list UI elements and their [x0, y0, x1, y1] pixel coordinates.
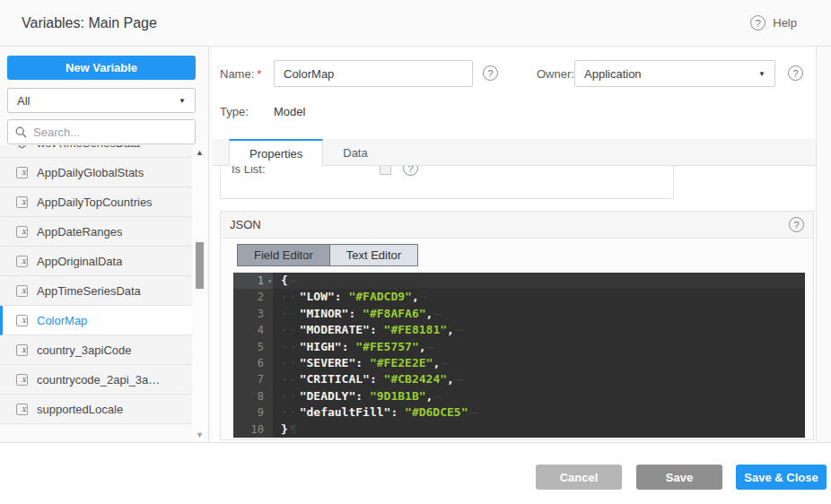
sidebar-item-colormap[interactable]: xColorMap	[0, 306, 192, 335]
help-button[interactable]: ? Help	[750, 15, 797, 30]
sidebar: New Variable All ▼ wsvTimeSeriesDataxApp…	[0, 47, 209, 442]
field-editor-button[interactable]: Field Editor	[238, 245, 329, 265]
line-number: 3	[233, 306, 273, 322]
text-editor-button[interactable]: Text Editor	[329, 245, 417, 265]
sidebar-item-countrycode-2api-3a[interactable]: xcountrycode_2api_3a…	[0, 365, 192, 395]
sidebar-scrollbar[interactable]: ▲ ▼	[193, 145, 206, 442]
code-text: ··"HIGH": "#FE5757",–	[273, 339, 434, 355]
scroll-down-icon[interactable]: ▼	[193, 430, 206, 439]
is-list-checkbox[interactable]	[380, 166, 391, 175]
line-number: 2	[233, 289, 273, 305]
line-number: 1▾	[233, 273, 273, 289]
code-text: }¶	[273, 421, 297, 438]
sidebar-item-appdailytopcountries[interactable]: xAppDailyTopCountries	[0, 187, 192, 217]
sidebar-item-label: AppDailyTopCountries	[37, 196, 153, 209]
code-line: 6··"SEVERE": "#FE2E2E",–	[233, 355, 805, 371]
variable-list: wsvTimeSeriesDataxAppDailyGlobalStatsxAp…	[0, 145, 192, 442]
owner-value: Application	[584, 67, 642, 81]
owner-select[interactable]: Application ▼	[574, 60, 775, 87]
search-icon	[15, 126, 27, 138]
type-value: Model	[274, 105, 305, 118]
tab-data[interactable]: Data	[323, 139, 387, 166]
sidebar-item-label: supportedLocale	[37, 403, 123, 416]
owner-help-icon[interactable]: ?	[788, 65, 803, 81]
cancel-button[interactable]: Cancel	[536, 465, 622, 490]
variable-icon: x	[16, 315, 28, 326]
code-text: ··"MODERATE": "#FE8181",–	[273, 322, 463, 338]
sidebar-item-wsvtimeseriesdata[interactable]: wsvTimeSeriesData	[0, 145, 192, 158]
variable-icon: x	[16, 256, 28, 267]
tab-bar: PropertiesData	[213, 139, 816, 166]
line-number: 8	[233, 388, 273, 404]
scroll-up-icon[interactable]: ▲	[193, 148, 206, 157]
variable-filter-value: All	[17, 94, 30, 108]
code-lines: 1▾{–2··"LOW": "#FADCD9",–3··"MINOR": "#F…	[233, 273, 805, 438]
help-icon: ?	[750, 15, 765, 30]
globe-icon	[16, 145, 28, 149]
sidebar-item-label: ColorMap	[37, 314, 87, 327]
line-number: 10	[233, 421, 273, 438]
sidebar-item-appdailyglobalstats[interactable]: xAppDailyGlobalStats	[0, 158, 192, 187]
sidebar-item-appdateranges[interactable]: xAppDateRanges	[0, 217, 192, 247]
code-line: 4··"MODERATE": "#FE8181",–	[233, 322, 805, 338]
is-list-label: Is List:	[232, 166, 266, 176]
sidebar-item-label: AppDateRanges	[37, 225, 122, 239]
variables-dialog: Variables: Main Page ? Help New Variable…	[0, 0, 831, 504]
variable-icon: x	[16, 196, 28, 208]
required-marker: *	[257, 67, 261, 81]
variable-icon: x	[16, 374, 28, 386]
dialog-footer: Cancel Save Save & Close	[0, 442, 831, 504]
help-label: Help	[773, 16, 797, 30]
save-and-close-button[interactable]: Save & Close	[736, 465, 827, 490]
code-line: 1▾{–	[233, 273, 805, 289]
json-code-editor[interactable]: 1▾{–2··"LOW": "#FADCD9",–3··"MINOR": "#F…	[233, 273, 805, 438]
page-title: Variables: Main Page	[22, 15, 157, 31]
variable-icon: x	[16, 285, 28, 297]
tab-properties[interactable]: Properties	[229, 139, 323, 167]
properties-tab-content: Is List: ? JSON ? Field EditorText Edito…	[213, 166, 816, 442]
name-label: Name:*	[220, 67, 261, 81]
code-text: {–	[273, 273, 297, 289]
code-text: ··"DEADLY": "9D1B1B",–	[273, 388, 442, 404]
line-number: 4	[233, 322, 273, 338]
new-variable-button[interactable]: New Variable	[7, 56, 196, 80]
variable-icon: x	[16, 167, 28, 178]
json-section-header: JSON ?	[221, 212, 813, 239]
variable-icon: x	[16, 404, 28, 415]
variable-icon: x	[16, 344, 28, 356]
name-help-icon[interactable]: ?	[483, 65, 498, 81]
code-line: 2··"LOW": "#FADCD9",–	[233, 289, 805, 305]
search-input[interactable]	[33, 126, 177, 139]
json-title: JSON	[230, 218, 261, 231]
code-line: 8··"DEADLY": "9D1B1B",–	[233, 388, 805, 404]
search-box	[7, 119, 196, 144]
form-row: Name:* ? Owner:* Application ▼ ? Type: M…	[213, 47, 816, 136]
sidebar-item-label: country_3apiCode	[37, 343, 132, 357]
sidebar-item-label: AppTimeSeriesData	[37, 284, 141, 298]
code-text: ··"MINOR": "#F8AFA6",–	[273, 306, 442, 322]
name-field[interactable]	[274, 60, 473, 87]
line-number: 7	[233, 371, 273, 387]
editor-toggle: Field EditorText Editor	[237, 244, 418, 266]
sidebar-item-supportedlocale[interactable]: xsupportedLocale	[0, 395, 192, 424]
code-line: 10}¶	[233, 421, 805, 438]
chevron-down-icon: ▼	[758, 70, 765, 78]
line-number: 9	[233, 404, 273, 421]
json-help-icon[interactable]: ?	[789, 217, 804, 232]
is-list-help-icon[interactable]: ?	[403, 166, 418, 176]
sidebar-item-label: countrycode_2api_3a…	[37, 373, 160, 387]
sidebar-item-apporiginaldata[interactable]: xAppOriginalData	[0, 247, 192, 276]
variable-icon: x	[16, 226, 28, 238]
variable-filter-dropdown[interactable]: All ▼	[7, 88, 196, 113]
code-text: ··"SEVERE": "#FE2E2E",–	[273, 355, 449, 371]
fold-caret-icon[interactable]: ▾	[267, 274, 272, 290]
code-text: ··"defaultFill": "#D6DCE5"–	[273, 404, 477, 421]
sidebar-item-label: AppDailyGlobalStats	[37, 166, 144, 179]
variable-editor-panel: Name:* ? Owner:* Application ▼ ? Type: M…	[213, 47, 817, 442]
sidebar-item-apptimeseriesdata[interactable]: xAppTimeSeriesData	[0, 276, 192, 306]
code-text: ··"CRITICAL": "#CB2424",–	[273, 371, 463, 387]
code-line: 9··"defaultFill": "#D6DCE5"–	[233, 404, 805, 421]
scrollbar-thumb[interactable]	[196, 242, 204, 289]
save-button[interactable]: Save	[636, 465, 722, 490]
sidebar-item-country-3apicode[interactable]: xcountry_3apiCode	[0, 335, 192, 365]
